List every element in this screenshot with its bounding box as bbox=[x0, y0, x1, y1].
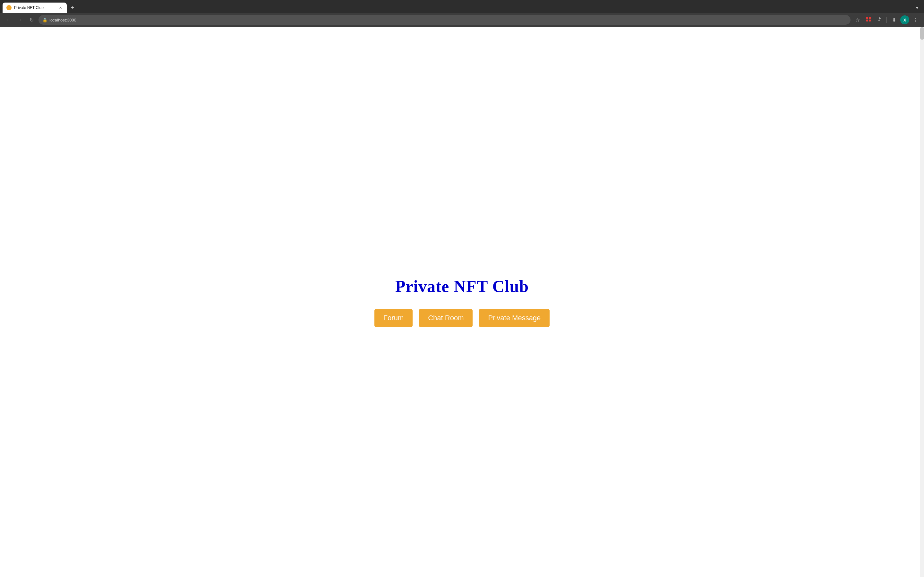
svg-rect-1 bbox=[866, 17, 868, 19]
bookmark-button[interactable]: ☆ bbox=[853, 15, 862, 24]
tab-favicon bbox=[6, 5, 11, 10]
download-icon: ⬇ bbox=[892, 17, 896, 23]
tab-title: Private NFT Club bbox=[14, 5, 55, 10]
scrollbar-thumb[interactable] bbox=[920, 27, 924, 40]
svg-point-0 bbox=[7, 6, 11, 9]
reload-icon: ↻ bbox=[29, 17, 34, 23]
back-icon: ← bbox=[6, 17, 11, 23]
chat-room-button[interactable]: Chat Room bbox=[419, 309, 473, 327]
profile-letter: X bbox=[903, 18, 906, 23]
address-bar[interactable]: 🔒 localhost:3000 bbox=[39, 15, 851, 25]
lock-icon: 🔒 bbox=[42, 18, 47, 23]
grids-button[interactable] bbox=[864, 15, 873, 24]
bookmark-icon: ☆ bbox=[855, 17, 860, 23]
tab-dropdown-button[interactable]: ▾ bbox=[913, 3, 921, 12]
download-button[interactable]: ⬇ bbox=[889, 15, 898, 24]
forward-button[interactable]: → bbox=[15, 15, 24, 24]
private-message-button[interactable]: Private Message bbox=[479, 309, 549, 327]
extensions-button[interactable] bbox=[875, 15, 884, 24]
forward-icon: → bbox=[17, 17, 23, 23]
profile-button[interactable]: X bbox=[900, 15, 909, 24]
puzzle-icon bbox=[877, 17, 882, 23]
scrollbar-track[interactable] bbox=[920, 27, 924, 577]
nav-divider bbox=[887, 17, 887, 23]
svg-rect-3 bbox=[866, 19, 868, 21]
browser-chrome: Private NFT Club ✕ + ▾ ← → ↻ 🔒 localhost… bbox=[0, 0, 924, 27]
svg-rect-4 bbox=[869, 19, 871, 21]
menu-button[interactable]: ⋮ bbox=[911, 15, 920, 24]
nav-actions: ☆ bbox=[853, 15, 920, 24]
menu-icon: ⋮ bbox=[913, 17, 918, 23]
page-content: Private NFT Club Forum Chat Room Private… bbox=[0, 27, 924, 577]
tab-bar: Private NFT Club ✕ + ▾ bbox=[0, 0, 924, 13]
page-title: Private NFT Club bbox=[395, 277, 529, 296]
tab-close-button[interactable]: ✕ bbox=[58, 5, 63, 10]
url-text: localhost:3000 bbox=[49, 18, 846, 23]
svg-rect-2 bbox=[869, 17, 871, 19]
forum-button[interactable]: Forum bbox=[375, 309, 413, 327]
button-group: Forum Chat Room Private Message bbox=[375, 309, 550, 327]
nav-bar: ← → ↻ 🔒 localhost:3000 ☆ bbox=[0, 13, 924, 27]
reload-button[interactable]: ↻ bbox=[27, 15, 36, 24]
grids-icon bbox=[866, 17, 871, 23]
back-button[interactable]: ← bbox=[4, 15, 13, 24]
center-container: Private NFT Club Forum Chat Room Private… bbox=[375, 277, 550, 327]
active-tab[interactable]: Private NFT Club ✕ bbox=[3, 3, 67, 13]
new-tab-button[interactable]: + bbox=[68, 3, 77, 12]
